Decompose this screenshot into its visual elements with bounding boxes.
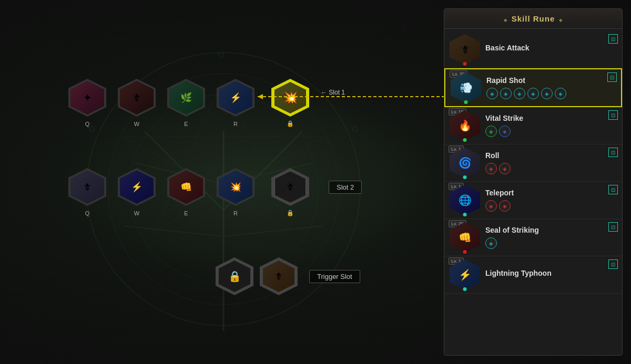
skill-runes-vital-strike: ◈ ◈ <box>485 126 617 137</box>
skill-name-vital-strike: Vital Strike <box>485 114 617 122</box>
skill-name-basic-attack: Basic Attack <box>485 44 617 52</box>
rune-5[interactable]: ◈ <box>541 88 553 99</box>
skill-dot-rapid-shot <box>464 100 468 104</box>
svg-text:⌬: ⌬ <box>218 51 224 59</box>
skill-info-teleport: Teleport ◈ ◈ <box>485 189 617 212</box>
skill-e-row2[interactable]: 👊 E <box>167 168 205 206</box>
trigger-slot-label: Trigger Slot <box>309 270 360 283</box>
skill-runes-teleport: ◈ ◈ <box>485 200 617 212</box>
panel-title: Skill Rune <box>444 9 622 29</box>
trigger-skill-hex[interactable]: 🗡 <box>260 257 298 295</box>
rune-roll-1[interactable]: ◈ <box>485 163 497 174</box>
skill-icon-lightning: Lv. 1 ⚡ <box>450 259 480 290</box>
skill-dot-vital-strike <box>463 138 467 142</box>
key-label-r2: R <box>233 210 238 216</box>
copy-icon-seal[interactable]: ⊡ <box>608 222 618 232</box>
rune-2[interactable]: ◈ <box>500 88 512 99</box>
skill-info-rapid-shot: Rapid Shot ◈ ◈ ◈ ◈ ◈ ◈ <box>486 76 616 99</box>
rune-tp-2[interactable]: ◈ <box>499 200 511 212</box>
skill-dot-teleport <box>463 213 467 216</box>
skill-q-row2[interactable]: 🗡 Q <box>68 168 106 206</box>
copy-icon-roll[interactable]: ⊡ <box>608 148 618 157</box>
rune-1[interactable]: ◈ <box>486 88 498 99</box>
skill-icon-rapid-shot: Lv. 30 💨 <box>451 72 481 103</box>
skill-dot-basic-attack <box>463 62 467 66</box>
skill-item-rapid-shot[interactable]: Lv. 30 💨 Rapid Shot ◈ ◈ ◈ ◈ ◈ ◈ ⊡ <box>444 68 622 107</box>
skill-icon-basic-attack: 🗡 <box>450 34 480 65</box>
skill-name-roll: Roll <box>485 151 617 160</box>
rune-3[interactable]: ◈ <box>514 88 525 99</box>
skill-dot-seal <box>463 250 467 254</box>
rune-vs-2[interactable]: ◈ <box>499 126 511 137</box>
skill-list: 🗡 Basic Attack ⊡ Lv. 30 💨 Rapid Shot ◈ ◈… <box>444 29 622 355</box>
rune-tp-1[interactable]: ◈ <box>485 200 497 212</box>
skill-dot-roll <box>463 175 467 179</box>
key-label-r1: R <box>233 121 238 127</box>
skill-icon-roll: Lv. 1 🌀 <box>450 148 480 178</box>
skill-item-roll[interactable]: Lv. 1 🌀 Roll ◈ ◈ ⊡ <box>444 144 622 182</box>
skill-r-row1[interactable]: ⚡ R <box>217 79 255 117</box>
skill-dot-lightning <box>463 287 467 291</box>
skill-info-lightning: Lightning Typhoon <box>485 269 617 280</box>
trigger-lock-hex[interactable]: 🔒 <box>216 257 253 295</box>
skill-w-row2[interactable]: ⚡ W <box>118 168 156 206</box>
slot1-hex[interactable]: 💥 🔒 <box>271 79 309 117</box>
key-label-q2: Q <box>85 210 90 216</box>
copy-icon-vital-strike[interactable]: ⊡ <box>608 110 618 120</box>
copy-icon-rapid-shot[interactable]: ⊡ <box>607 72 617 82</box>
skill-r-row2[interactable]: 💥 R <box>217 168 255 206</box>
svg-text:⌬: ⌬ <box>89 124 95 133</box>
slot2-label: Slot 2 <box>329 181 362 194</box>
skill-runes-roll: ◈ ◈ <box>485 163 617 174</box>
skill-name-rapid-shot: Rapid Shot <box>486 76 616 85</box>
copy-icon-lightning[interactable]: ⊡ <box>608 259 618 269</box>
skill-name-seal: Seal of Striking <box>485 226 617 234</box>
copy-icon-basic-attack[interactable]: ⊡ <box>608 34 618 44</box>
key-label-w1: W <box>134 121 139 127</box>
key-label-w2: W <box>134 210 139 216</box>
skill-info-basic-attack: Basic Attack <box>485 44 617 55</box>
skill-runes-seal: ◈ <box>485 237 617 249</box>
skill-info-vital-strike: Vital Strike ◈ ◈ <box>485 114 617 137</box>
skill-icon-teleport: Lv. 1 🌐 <box>450 185 480 215</box>
skill-info-roll: Roll ◈ ◈ <box>485 151 617 174</box>
skill-item-vital-strike[interactable]: Lv. 19 🔥 Vital Strike ◈ ◈ ⊡ <box>444 107 622 144</box>
right-panel: Skill Rune 🗡 Basic Attack ⊡ Lv. 30 💨 Rap… <box>444 8 623 356</box>
copy-icon-teleport[interactable]: ⊡ <box>608 185 618 194</box>
skill-info-seal: Seal of Striking ◈ <box>485 226 617 249</box>
key-label-e1: E <box>184 121 188 127</box>
skill-icon-vital-strike: Lv. 19 🔥 <box>450 110 480 141</box>
rune-roll-2[interactable]: ◈ <box>499 163 511 174</box>
slot2-hex[interactable]: 🗡 🔒 <box>271 168 309 206</box>
skill-name-lightning: Lightning Typhoon <box>485 269 617 277</box>
key-label-e2: E <box>184 210 188 216</box>
skill-item-basic-attack[interactable]: 🗡 Basic Attack ⊡ <box>444 31 622 68</box>
skill-item-lightning-typhoon[interactable]: Lv. 1 ⚡ Lightning Typhoon ⊡ <box>444 256 622 294</box>
skill-item-teleport[interactable]: Lv. 1 🌐 Teleport ◈ ◈ ⊡ <box>444 182 622 219</box>
skill-item-seal-of-striking[interactable]: Lv. 20 👊 Seal of Striking ◈ ⊡ <box>444 219 622 256</box>
key-label-q1: Q <box>85 121 90 127</box>
rune-6[interactable]: ◈ <box>555 88 566 99</box>
rune-vs-1[interactable]: ◈ <box>485 126 497 137</box>
skill-w-row1[interactable]: 🗡 W <box>118 79 156 117</box>
skill-name-teleport: Teleport <box>485 189 617 197</box>
skill-runes-rapid-shot: ◈ ◈ ◈ ◈ ◈ ◈ <box>486 88 616 99</box>
rune-seal-1[interactable]: ◈ <box>485 237 497 249</box>
rune-4[interactable]: ◈ <box>527 88 539 99</box>
skill-icon-seal: Lv. 20 👊 <box>450 222 480 253</box>
skill-e-row1[interactable]: 🌿 E <box>167 79 205 117</box>
svg-text:⌬: ⌬ <box>352 124 358 133</box>
skill-q-row1[interactable]: ✦ Q <box>68 79 106 117</box>
